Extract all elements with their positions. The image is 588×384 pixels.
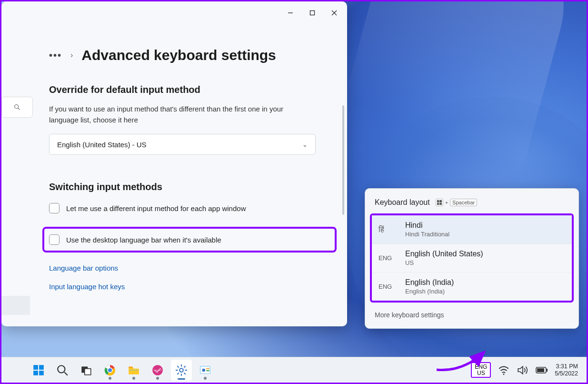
svg-point-4 [15, 105, 19, 109]
task-view[interactable] [76, 360, 97, 381]
svg-rect-37 [537, 368, 544, 372]
taskbar: ENG US 3:31 PM 5/5/2022 [1, 357, 587, 383]
svg-point-32 [202, 368, 206, 372]
more-keyboard-settings-link[interactable]: More keyboard settings [365, 303, 578, 319]
svg-line-29 [184, 366, 185, 367]
taskbar-app-explorer[interactable] [123, 360, 144, 381]
checkbox-language-bar-label: Use the desktop language bar when it's a… [66, 236, 221, 244]
svg-line-28 [177, 373, 179, 374]
svg-rect-34 [206, 370, 209, 371]
checkbox-per-app-label: Let me use a different input method for … [66, 204, 246, 212]
shortcut-hint: + Spacebar [436, 199, 478, 206]
system-clock[interactable]: 3:31 PM 5/5/2022 [555, 363, 578, 377]
page-title: Advanced keyboard settings [81, 47, 276, 63]
maximize-button[interactable] [301, 5, 323, 20]
lang-code: हिं [379, 225, 397, 234]
spacebar-key: Spacebar [450, 199, 477, 206]
lang-sub: English (India) [405, 288, 454, 295]
checkbox-per-app[interactable] [49, 203, 60, 213]
svg-line-27 [184, 373, 185, 374]
taskbar-search[interactable] [52, 360, 73, 381]
annotation-arrow [434, 348, 491, 377]
svg-rect-33 [206, 368, 209, 369]
close-button[interactable] [323, 5, 345, 20]
lang-sub: Hindi Traditional [405, 231, 449, 238]
sidebar-search[interactable] [1, 97, 33, 118]
section-switching-title: Switching input methods [49, 182, 330, 192]
language-item-1[interactable]: ENGEnglish (United States)US [372, 244, 572, 273]
taskbar-app-generic[interactable] [147, 360, 168, 381]
minimize-button[interactable] [279, 5, 301, 20]
lang-sub: US [405, 259, 483, 266]
svg-line-5 [18, 108, 20, 110]
svg-line-26 [177, 366, 179, 367]
chevron-right-icon: › [70, 51, 73, 60]
language-item-2[interactable]: ENGEnglish (India)English (India) [372, 273, 572, 301]
breadcrumb-more-icon[interactable]: ••• [49, 50, 62, 61]
lang-name: Hindi [405, 221, 449, 230]
chevron-down-icon: ⌄ [302, 141, 308, 148]
svg-rect-13 [85, 368, 91, 374]
annotation-highlight: Use the desktop language bar when it's a… [42, 227, 337, 253]
windows-key-icon [436, 199, 443, 206]
battery-icon[interactable] [536, 364, 548, 376]
volume-icon[interactable] [517, 364, 529, 376]
checkbox-row-language-bar[interactable]: Use the desktop language bar when it's a… [49, 232, 330, 247]
flyout-title: Keyboard layout [375, 198, 430, 207]
start-button[interactable] [28, 360, 49, 381]
scrollbar[interactable] [342, 105, 344, 215]
dropdown-value: English (United States) - US [57, 141, 147, 149]
clock-time: 3:31 PM [555, 363, 578, 370]
language-list: हिंHindiHindi TraditionalENGEnglish (Uni… [370, 213, 574, 303]
sidebar-selected-bg [1, 296, 30, 315]
lang-code: ENG [379, 254, 397, 262]
svg-rect-7 [39, 365, 44, 370]
settings-window: ••• › Advanced keyboard settings Overrid… [1, 1, 347, 326]
link-language-bar-options[interactable]: Language bar options [49, 264, 330, 272]
keyboard-layout-flyout: Keyboard layout + Spacebar हिंHindiHindi… [365, 188, 579, 329]
svg-rect-18 [129, 366, 133, 368]
wifi-icon[interactable] [498, 364, 510, 376]
taskbar-app-control-panel[interactable] [195, 360, 216, 381]
svg-line-11 [64, 372, 68, 375]
section-override-title: Override for default input method [49, 84, 330, 95]
svg-rect-19 [129, 369, 139, 370]
search-icon [13, 103, 21, 111]
clock-date: 5/5/2022 [555, 370, 578, 377]
svg-point-10 [58, 365, 65, 373]
link-input-hotkeys[interactable]: Input language hot keys [49, 283, 330, 291]
language-item-0[interactable]: हिंHindiHindi Traditional [372, 215, 572, 244]
taskbar-app-chrome[interactable] [100, 360, 120, 381]
lang-code: ENG [379, 283, 397, 290]
svg-rect-9 [39, 371, 44, 375]
svg-rect-6 [33, 365, 38, 370]
svg-rect-38 [547, 369, 548, 372]
breadcrumb: ••• › Advanced keyboard settings [49, 47, 330, 63]
taskbar-app-settings[interactable] [171, 360, 192, 381]
input-method-dropdown[interactable]: English (United States) - US ⌄ [49, 134, 316, 155]
svg-rect-31 [200, 366, 210, 373]
checkbox-language-bar[interactable] [49, 234, 60, 245]
lang-name: English (India) [405, 278, 454, 287]
svg-point-35 [503, 374, 505, 375]
svg-point-21 [179, 368, 183, 372]
svg-rect-8 [33, 371, 38, 375]
lang-name: English (United States) [405, 250, 483, 258]
section-override-desc: If you want to use an input method that'… [49, 104, 306, 125]
checkbox-row-per-app[interactable]: Let me use a different input method for … [49, 201, 330, 215]
svg-rect-1 [310, 11, 315, 15]
titlebar [1, 1, 347, 24]
